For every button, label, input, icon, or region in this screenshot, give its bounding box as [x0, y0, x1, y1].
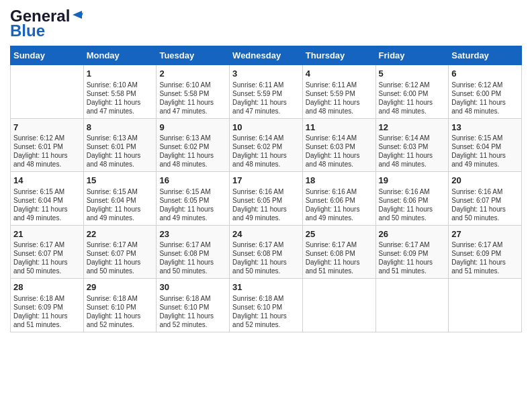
weekday-header-sunday: Sunday — [11, 46, 84, 65]
calendar-container: General Blue SundayMondayTuesdayWednesda… — [0, 0, 532, 339]
day-cell: 30Sunrise: 6:18 AM Sunset: 6:10 PM Dayli… — [157, 279, 230, 332]
day-info: Sunrise: 6:15 AM Sunset: 6:04 PM Dayligh… — [13, 187, 81, 222]
day-number: 5 — [379, 68, 446, 80]
day-cell: 27Sunrise: 6:17 AM Sunset: 6:09 PM Dayli… — [449, 225, 522, 279]
logo: General Blue — [10, 7, 83, 40]
day-cell: 16Sunrise: 6:15 AM Sunset: 6:05 PM Dayli… — [157, 172, 230, 226]
day-number: 23 — [159, 228, 226, 240]
day-cell: 25Sunrise: 6:17 AM Sunset: 6:08 PM Dayli… — [302, 225, 375, 279]
day-number: 3 — [232, 68, 300, 80]
day-info: Sunrise: 6:18 AM Sunset: 6:10 PM Dayligh… — [87, 294, 154, 329]
day-info: Sunrise: 6:15 AM Sunset: 6:04 PM Dayligh… — [451, 134, 519, 169]
calendar-table: SundayMondayTuesdayWednesdayThursdayFrid… — [10, 46, 522, 332]
day-number: 12 — [379, 122, 446, 134]
day-number: 4 — [306, 68, 373, 80]
day-cell: 6Sunrise: 6:12 AM Sunset: 6:00 PM Daylig… — [449, 65, 522, 119]
week-row-2: 7Sunrise: 6:12 AM Sunset: 6:01 PM Daylig… — [11, 118, 522, 172]
day-cell: 3Sunrise: 6:11 AM Sunset: 5:59 PM Daylig… — [230, 65, 303, 119]
day-cell: 22Sunrise: 6:17 AM Sunset: 6:07 PM Dayli… — [83, 225, 157, 279]
day-cell: 12Sunrise: 6:14 AM Sunset: 6:03 PM Dayli… — [375, 118, 449, 172]
day-cell: 15Sunrise: 6:15 AM Sunset: 6:04 PM Dayli… — [83, 172, 157, 226]
day-number: 8 — [87, 122, 154, 134]
day-info: Sunrise: 6:17 AM Sunset: 6:07 PM Dayligh… — [13, 240, 81, 275]
weekday-header-wednesday: Wednesday — [230, 46, 303, 65]
week-row-1: 1Sunrise: 6:10 AM Sunset: 5:58 PM Daylig… — [11, 65, 522, 119]
day-info: Sunrise: 6:12 AM Sunset: 6:01 PM Dayligh… — [13, 134, 81, 169]
header: General Blue — [10, 7, 522, 40]
day-cell — [375, 279, 449, 332]
logo-bird-icon — [71, 8, 83, 21]
day-number: 1 — [87, 68, 154, 80]
day-cell: 29Sunrise: 6:18 AM Sunset: 6:10 PM Dayli… — [83, 279, 157, 332]
day-cell — [449, 279, 522, 332]
day-number: 17 — [232, 175, 300, 187]
svg-marker-0 — [73, 11, 83, 19]
day-info: Sunrise: 6:15 AM Sunset: 6:04 PM Dayligh… — [87, 187, 154, 222]
day-number: 19 — [379, 175, 446, 187]
day-info: Sunrise: 6:13 AM Sunset: 6:01 PM Dayligh… — [87, 134, 154, 169]
day-info: Sunrise: 6:17 AM Sunset: 6:07 PM Dayligh… — [87, 240, 154, 275]
day-cell: 5Sunrise: 6:12 AM Sunset: 6:00 PM Daylig… — [375, 65, 449, 119]
day-info: Sunrise: 6:11 AM Sunset: 5:59 PM Dayligh… — [306, 81, 373, 116]
weekday-header-row: SundayMondayTuesdayWednesdayThursdayFrid… — [11, 46, 522, 65]
day-cell: 14Sunrise: 6:15 AM Sunset: 6:04 PM Dayli… — [11, 172, 84, 226]
day-info: Sunrise: 6:17 AM Sunset: 6:08 PM Dayligh… — [232, 240, 300, 275]
day-cell: 24Sunrise: 6:17 AM Sunset: 6:08 PM Dayli… — [230, 225, 303, 279]
day-info: Sunrise: 6:14 AM Sunset: 6:03 PM Dayligh… — [306, 134, 373, 169]
day-info: Sunrise: 6:14 AM Sunset: 6:02 PM Dayligh… — [232, 134, 300, 169]
weekday-header-thursday: Thursday — [302, 46, 375, 65]
day-cell: 17Sunrise: 6:16 AM Sunset: 6:05 PM Dayli… — [230, 172, 303, 226]
day-cell: 4Sunrise: 6:11 AM Sunset: 5:59 PM Daylig… — [302, 65, 375, 119]
day-number: 28 — [13, 281, 81, 293]
day-cell: 28Sunrise: 6:18 AM Sunset: 6:09 PM Dayli… — [11, 279, 84, 332]
day-cell: 23Sunrise: 6:17 AM Sunset: 6:08 PM Dayli… — [157, 225, 230, 279]
day-info: Sunrise: 6:17 AM Sunset: 6:09 PM Dayligh… — [451, 240, 519, 275]
day-number: 30 — [159, 281, 226, 293]
day-number: 13 — [451, 122, 519, 134]
week-row-4: 21Sunrise: 6:17 AM Sunset: 6:07 PM Dayli… — [11, 225, 522, 279]
day-info: Sunrise: 6:16 AM Sunset: 6:05 PM Dayligh… — [232, 187, 300, 222]
day-info: Sunrise: 6:16 AM Sunset: 6:06 PM Dayligh… — [379, 187, 446, 222]
day-cell: 13Sunrise: 6:15 AM Sunset: 6:04 PM Dayli… — [449, 118, 522, 172]
day-info: Sunrise: 6:17 AM Sunset: 6:09 PM Dayligh… — [379, 240, 446, 275]
day-number: 15 — [87, 175, 154, 187]
day-info: Sunrise: 6:18 AM Sunset: 6:09 PM Dayligh… — [13, 294, 81, 329]
day-number: 24 — [232, 228, 300, 240]
week-row-5: 28Sunrise: 6:18 AM Sunset: 6:09 PM Dayli… — [11, 279, 522, 332]
day-number: 9 — [159, 122, 226, 134]
day-number: 10 — [232, 122, 300, 134]
day-number: 7 — [13, 122, 81, 134]
day-cell: 26Sunrise: 6:17 AM Sunset: 6:09 PM Dayli… — [375, 225, 449, 279]
day-number: 2 — [159, 68, 226, 80]
day-cell: 21Sunrise: 6:17 AM Sunset: 6:07 PM Dayli… — [11, 225, 84, 279]
day-info: Sunrise: 6:18 AM Sunset: 6:10 PM Dayligh… — [159, 294, 226, 329]
day-number: 11 — [306, 122, 373, 134]
day-info: Sunrise: 6:18 AM Sunset: 6:10 PM Dayligh… — [232, 294, 300, 329]
day-number: 22 — [87, 228, 154, 240]
day-number: 31 — [232, 281, 300, 293]
day-cell — [302, 279, 375, 332]
day-info: Sunrise: 6:14 AM Sunset: 6:03 PM Dayligh… — [379, 134, 446, 169]
day-number: 27 — [451, 228, 519, 240]
day-cell: 31Sunrise: 6:18 AM Sunset: 6:10 PM Dayli… — [230, 279, 303, 332]
day-cell: 10Sunrise: 6:14 AM Sunset: 6:02 PM Dayli… — [230, 118, 303, 172]
day-info: Sunrise: 6:15 AM Sunset: 6:05 PM Dayligh… — [159, 187, 226, 222]
day-number: 14 — [13, 175, 81, 187]
day-number: 29 — [87, 281, 154, 293]
day-number: 26 — [379, 228, 446, 240]
day-number: 20 — [451, 175, 519, 187]
day-cell: 11Sunrise: 6:14 AM Sunset: 6:03 PM Dayli… — [302, 118, 375, 172]
day-info: Sunrise: 6:16 AM Sunset: 6:07 PM Dayligh… — [451, 187, 519, 222]
weekday-header-monday: Monday — [83, 46, 157, 65]
weekday-header-saturday: Saturday — [449, 46, 522, 65]
day-info: Sunrise: 6:10 AM Sunset: 5:58 PM Dayligh… — [87, 81, 154, 116]
day-info: Sunrise: 6:17 AM Sunset: 6:08 PM Dayligh… — [159, 240, 226, 275]
day-cell: 18Sunrise: 6:16 AM Sunset: 6:06 PM Dayli… — [302, 172, 375, 226]
day-info: Sunrise: 6:17 AM Sunset: 6:08 PM Dayligh… — [306, 240, 373, 275]
weekday-header-tuesday: Tuesday — [157, 46, 230, 65]
day-info: Sunrise: 6:11 AM Sunset: 5:59 PM Dayligh… — [232, 81, 300, 116]
day-number: 18 — [306, 175, 373, 187]
day-cell: 7Sunrise: 6:12 AM Sunset: 6:01 PM Daylig… — [11, 118, 84, 172]
day-cell: 8Sunrise: 6:13 AM Sunset: 6:01 PM Daylig… — [83, 118, 157, 172]
day-cell: 1Sunrise: 6:10 AM Sunset: 5:58 PM Daylig… — [83, 65, 157, 119]
